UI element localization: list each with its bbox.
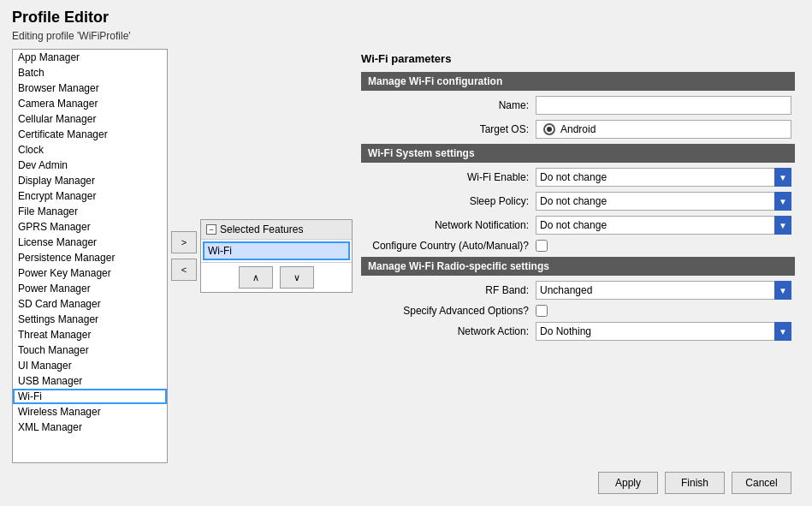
feature-list-item[interactable]: XML Manager <box>13 420 167 435</box>
dialog-title: Profile Editor <box>12 9 800 27</box>
feature-list-item[interactable]: Dev Admin <box>13 158 167 173</box>
form-row: Name: <box>361 96 795 115</box>
form-row: Wi-Fi Enable:Do not changeEnableDisable▼ <box>361 168 795 187</box>
feature-list-item[interactable]: Wi-Fi <box>13 389 167 404</box>
form-label: Configure Country (Auto/Manual)? <box>365 240 536 252</box>
feature-list-item[interactable]: Display Manager <box>13 173 167 188</box>
name-input[interactable] <box>536 96 791 115</box>
form-row: Specify Advanced Options? <box>361 305 795 317</box>
selected-features-label: Selected Features <box>220 223 303 235</box>
feature-list-item[interactable]: File Manager <box>13 204 167 219</box>
select-wrapper: Do not changeEnableDisable▼ <box>536 216 791 235</box>
feature-list-item[interactable]: Settings Manager <box>13 312 167 327</box>
selected-features-panel: − Selected Features Wi-Fi ∧ ∨ <box>200 219 353 293</box>
select-wrapper: Do not changeNever sleepSleep when scree… <box>536 192 791 211</box>
feature-list-panel: App ManagerBatchBrowser ManagerCamera Ma… <box>12 49 168 463</box>
form-row: Network Action:Do NothingAddRemove▼ <box>361 322 795 341</box>
feature-list-item[interactable]: License Manager <box>13 235 167 250</box>
checkbox[interactable] <box>536 240 548 252</box>
form-select[interactable]: Do NothingAddRemove <box>536 322 791 341</box>
move-up-button[interactable]: ∧ <box>239 266 273 289</box>
form-row: Sleep Policy:Do not changeNever sleepSle… <box>361 192 795 211</box>
feature-list-item[interactable]: Wireless Manager <box>13 404 167 420</box>
finish-button[interactable]: Finish <box>665 472 725 494</box>
section-header: Wi-Fi System settings <box>361 144 795 163</box>
feature-list-item[interactable]: Persistence Manager <box>13 250 167 265</box>
cancel-button[interactable]: Cancel <box>732 472 791 494</box>
feature-list-item[interactable]: UI Manager <box>13 358 167 373</box>
feature-list-item[interactable]: Power Key Manager <box>13 265 167 281</box>
feature-list-item[interactable]: Camera Manager <box>13 96 167 111</box>
right-panel: Wi-Fi parameters Manage Wi-Fi configurat… <box>356 49 800 463</box>
right-panel-title: Wi-Fi parameters <box>361 52 795 65</box>
feature-list-item[interactable]: Power Manager <box>13 281 167 296</box>
form-label: Name: <box>365 99 536 111</box>
move-left-button[interactable]: < <box>171 259 197 281</box>
form-label: Network Notification: <box>365 219 536 231</box>
feature-list-item[interactable]: Clock <box>13 142 167 158</box>
feature-list-item[interactable]: Cellular Manager <box>13 111 167 127</box>
feature-list-item[interactable]: SD Card Manager <box>13 296 167 312</box>
bottom-buttons: Apply Finish Cancel <box>12 463 800 497</box>
feature-list-item[interactable]: Certificate Manager <box>13 127 167 142</box>
form-select[interactable]: Do not changeEnableDisable <box>536 168 791 187</box>
form-select[interactable]: Do not changeEnableDisable <box>536 216 791 235</box>
arrow-buttons: > < <box>171 49 197 463</box>
selected-feature-item[interactable]: Wi-Fi <box>203 241 350 260</box>
form-label: Target OS: <box>365 123 536 135</box>
form-row: RF Band:Unchanged2.4 GHz5 GHz▼ <box>361 281 795 300</box>
feature-list-item[interactable]: USB Manager <box>13 373 167 389</box>
up-down-buttons: ∧ ∨ <box>201 262 352 292</box>
form-row: Configure Country (Auto/Manual)? <box>361 240 795 252</box>
feature-list-item[interactable]: Threat Manager <box>13 327 167 342</box>
form-select[interactable]: Unchanged2.4 GHz5 GHz <box>536 281 791 300</box>
feature-list-item[interactable]: App Manager <box>13 50 167 65</box>
expand-icon[interactable]: − <box>206 224 216 235</box>
checkbox-wrapper <box>536 305 548 317</box>
checkbox-wrapper <box>536 240 548 252</box>
form-label: Specify Advanced Options? <box>365 305 536 317</box>
select-wrapper: Do NothingAddRemove▼ <box>536 322 791 341</box>
form-label: RF Band: <box>365 284 536 296</box>
middle-section: > < − Selected Features Wi-Fi ∧ ∨ <box>171 49 353 463</box>
profile-editor-dialog: Profile Editor Editing profile 'WiFiProf… <box>0 0 812 506</box>
checkbox[interactable] <box>536 305 548 317</box>
target-os-box: Android <box>536 120 791 139</box>
feature-list-item[interactable]: Encrypt Manager <box>13 188 167 204</box>
select-wrapper: Unchanged2.4 GHz5 GHz▼ <box>536 281 791 300</box>
form-select[interactable]: Do not changeNever sleepSleep when scree… <box>536 192 791 211</box>
section-header: Manage Wi-Fi Radio-specific settings <box>361 257 795 276</box>
form-label: Network Action: <box>365 325 536 337</box>
feature-list-item[interactable]: Batch <box>13 65 167 80</box>
os-label: Android <box>560 123 596 135</box>
form-label: Wi-Fi Enable: <box>365 171 536 183</box>
feature-list-item[interactable]: Touch Manager <box>13 342 167 358</box>
feature-list-item[interactable]: GPRS Manager <box>13 219 167 235</box>
form-row: Network Notification:Do not changeEnable… <box>361 216 795 235</box>
selected-features-list: Wi-Fi <box>201 240 352 262</box>
feature-list-item[interactable]: Browser Manager <box>13 80 167 96</box>
form-row: Target OS:Android <box>361 120 795 139</box>
form-label: Sleep Policy: <box>365 195 536 207</box>
select-wrapper: Do not changeEnableDisable▼ <box>536 168 791 187</box>
radio-button[interactable] <box>543 123 555 135</box>
move-down-button[interactable]: ∨ <box>280 266 314 289</box>
dialog-subtitle: Editing profile 'WiFiProfile' <box>12 30 800 42</box>
main-content: App ManagerBatchBrowser ManagerCamera Ma… <box>12 49 800 463</box>
selected-features-header: − Selected Features <box>201 220 352 240</box>
section-header: Manage Wi-Fi configuration <box>361 72 795 91</box>
move-right-button[interactable]: > <box>171 231 197 253</box>
apply-button[interactable]: Apply <box>598 472 658 494</box>
